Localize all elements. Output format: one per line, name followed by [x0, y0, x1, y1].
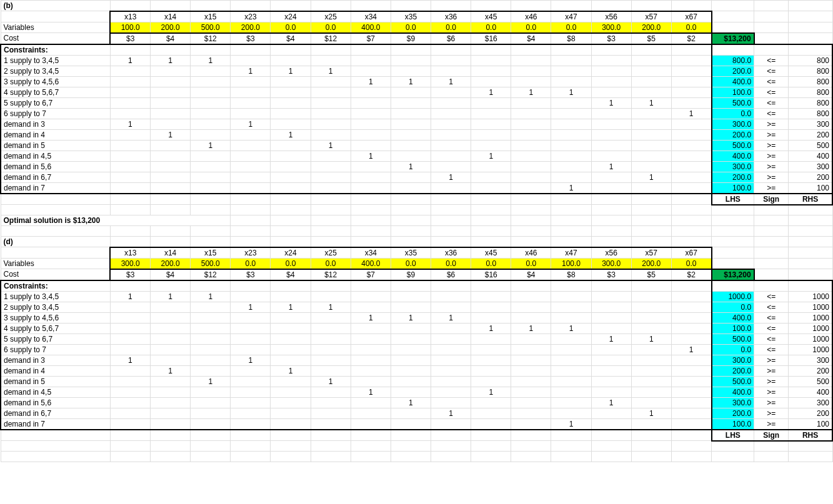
- coeff-cell: [311, 387, 351, 397]
- coeff-cell: [511, 66, 551, 76]
- coeff-cell: [151, 376, 191, 387]
- variable-value: 0.0: [271, 258, 311, 269]
- variable-value: 300.0: [591, 22, 631, 33]
- coeff-cell: [471, 108, 511, 119]
- coeff-cell: [431, 355, 471, 365]
- coeff-cell: [591, 108, 631, 119]
- coeff-cell: 1: [271, 66, 311, 76]
- coeff-cell: [191, 365, 231, 376]
- lhs-value: 400.0: [712, 76, 754, 87]
- coeff-cell: [351, 182, 391, 194]
- coeff-cell: [591, 151, 631, 161]
- coeff-cell: [511, 418, 551, 430]
- coeff-cell: [351, 97, 391, 108]
- constraint-label: demand in 5,6: [1, 161, 110, 172]
- coeff-cell: [591, 119, 631, 129]
- coeff-cell: [231, 87, 271, 97]
- lhs-value: 200.0: [712, 66, 754, 76]
- coeff-cell: [271, 323, 311, 334]
- coeff-cell: [631, 119, 671, 129]
- cost-value: $3: [110, 269, 150, 280]
- coeff-cell: [191, 161, 231, 172]
- coeff-cell: [551, 55, 591, 66]
- rhs-value: 1000: [789, 302, 832, 312]
- constraints-label: Constraints:: [1, 280, 110, 292]
- constraint-label: 5 supply to 6,7: [1, 334, 110, 344]
- coeff-cell: [431, 418, 471, 430]
- lhs-value: 800.0: [712, 55, 754, 66]
- coeff-cell: [391, 344, 431, 355]
- coeff-cell: [391, 97, 431, 108]
- variable-value: 0.0: [271, 22, 311, 33]
- coeff-cell: [471, 291, 511, 302]
- coeff-cell: [231, 97, 271, 108]
- coeff-cell: [591, 55, 631, 66]
- coeff-cell: [271, 291, 311, 302]
- coeff-cell: [431, 397, 471, 408]
- rhs-value: 400: [789, 387, 832, 397]
- constraint-label: 3 supply to 4,5,6: [1, 312, 110, 323]
- coeff-cell: 1: [351, 387, 391, 397]
- variable-value: 500.0: [191, 22, 231, 33]
- coeff-cell: [591, 172, 631, 182]
- coeff-cell: [351, 55, 391, 66]
- constraints-label: Constraints:: [1, 44, 110, 56]
- coeff-cell: [551, 291, 591, 302]
- coeff-cell: [551, 397, 591, 408]
- coeff-cell: [471, 344, 511, 355]
- variable-header: x67: [671, 11, 711, 22]
- cost-value: $12: [191, 33, 231, 44]
- coeff-cell: [271, 97, 311, 108]
- coeff-cell: 1: [231, 119, 271, 129]
- variable-value: 0.0: [511, 22, 551, 33]
- coeff-cell: 1: [271, 302, 311, 312]
- coeff-cell: [511, 408, 551, 418]
- rhs-value: 300: [789, 119, 832, 129]
- coeff-cell: [271, 140, 311, 151]
- variable-value: 100.0: [110, 22, 150, 33]
- coeff-cell: 1: [551, 323, 591, 334]
- coeff-cell: 1: [631, 97, 671, 108]
- coeff-cell: [591, 302, 631, 312]
- coeff-cell: [351, 334, 391, 344]
- rhs-value: 800: [789, 55, 832, 66]
- coeff-cell: [551, 355, 591, 365]
- part-label: (d): [1, 237, 110, 247]
- coeff-cell: [110, 87, 150, 97]
- coeff-cell: 1: [391, 397, 431, 408]
- coeff-cell: [151, 323, 191, 334]
- coeff-cell: [231, 291, 271, 302]
- cost-value: $9: [391, 33, 431, 44]
- coeff-cell: [591, 355, 631, 365]
- coeff-cell: [471, 119, 511, 129]
- lhs-value: 200.0: [712, 172, 754, 182]
- coeff-cell: [151, 66, 191, 76]
- coeff-cell: [511, 119, 551, 129]
- cost-value: $5: [631, 33, 671, 44]
- coeff-cell: [671, 408, 711, 418]
- coeff-cell: [431, 182, 471, 194]
- coeff-cell: [591, 140, 631, 151]
- variable-header: x25: [311, 11, 351, 22]
- variables-label: Variables: [1, 258, 110, 269]
- variable-header: x35: [391, 11, 431, 22]
- coeff-cell: [191, 387, 231, 397]
- coeff-cell: [191, 397, 231, 408]
- rhs-value: 300: [789, 397, 832, 408]
- coeff-cell: [591, 323, 631, 334]
- sign-value: >=: [754, 397, 789, 408]
- coeff-cell: [551, 161, 591, 172]
- coeff-cell: [271, 172, 311, 182]
- coeff-cell: [231, 151, 271, 161]
- coeff-cell: [191, 97, 231, 108]
- coeff-cell: [591, 387, 631, 397]
- coeff-cell: [151, 76, 191, 87]
- coeff-cell: [591, 365, 631, 376]
- coeff-cell: [671, 182, 711, 194]
- coeff-cell: [551, 119, 591, 129]
- coeff-cell: [431, 302, 471, 312]
- sign-value: >=: [754, 365, 789, 376]
- coeff-cell: [471, 312, 511, 323]
- constraint-label: 1 supply to 3,4,5: [1, 55, 110, 66]
- coeff-cell: [231, 334, 271, 344]
